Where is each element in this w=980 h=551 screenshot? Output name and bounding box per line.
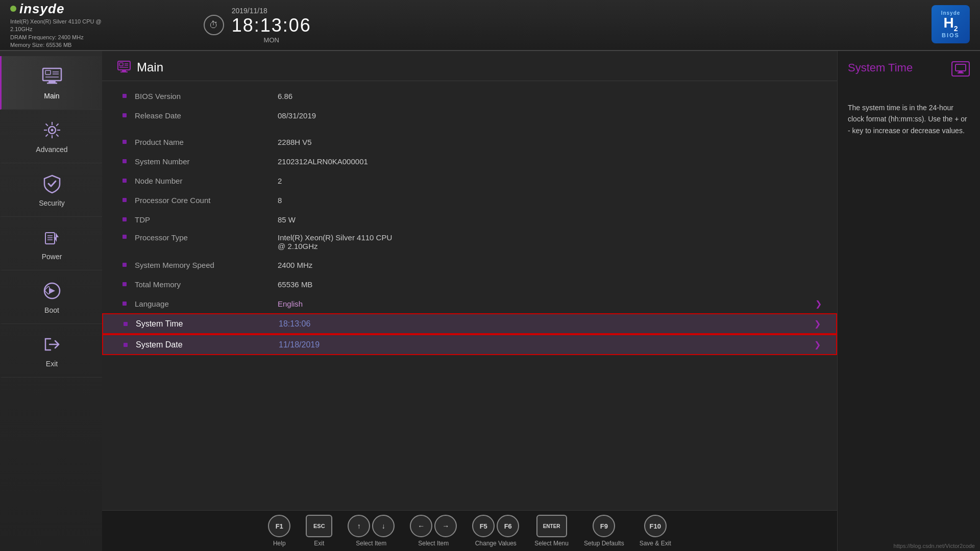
- sidebar-security-label: Security: [39, 199, 65, 207]
- sidebar-power-label: Power: [42, 253, 62, 261]
- row-bullet: [122, 140, 127, 144]
- row-bullet: [122, 179, 127, 183]
- left-button[interactable]: ←: [410, 515, 432, 537]
- key-select-menu: ENTER Select Menu: [534, 515, 569, 547]
- system-time-value: 18:13:06: [279, 319, 809, 329]
- product-name-value: 2288H V5: [278, 138, 822, 146]
- table-row-language[interactable]: Language English ❯: [102, 294, 837, 313]
- svg-line-13: [45, 124, 47, 126]
- sidebar: Main Advanced: [0, 51, 102, 551]
- row-bullet: [122, 263, 127, 267]
- content-area: Main BIOS Version 6.86 Release Date 08/3…: [102, 51, 837, 551]
- row-bullet: [124, 343, 128, 347]
- bios-version-label: BIOS Version: [135, 92, 278, 101]
- language-value: English: [278, 299, 810, 308]
- key-select-item-updown: ↑ ↓ Select Item: [348, 515, 395, 547]
- brand-dot: [10, 6, 16, 12]
- table-row-release-date: Release Date 08/31/2019: [102, 106, 837, 125]
- content-body: BIOS Version 6.86 Release Date 08/31/201…: [102, 81, 837, 510]
- table-row-node-number: Node Number 2: [102, 171, 837, 190]
- table-row-total-memory: Total Memory 65536 MB: [102, 274, 837, 294]
- svg-point-8: [51, 129, 53, 132]
- exit-icon: [41, 333, 63, 356]
- right-panel: System Time The system time is in the 24…: [837, 51, 980, 551]
- header-clock: ⏱ 2019/11/18 18:13:06 MON: [204, 7, 311, 44]
- content-header: Main: [102, 51, 837, 81]
- f1-label: Help: [273, 540, 286, 547]
- release-date-label: Release Date: [135, 111, 278, 120]
- power-icon: [41, 226, 63, 248]
- sidebar-item-main[interactable]: Main: [0, 56, 102, 110]
- f10-button[interactable]: F10: [644, 515, 667, 537]
- content-title: Main: [137, 60, 163, 74]
- table-row-system-number: System Number 2102312ALRN0KA000001: [102, 152, 837, 171]
- enter-button[interactable]: ENTER: [536, 515, 567, 537]
- row-bullet: [122, 198, 127, 202]
- release-date-value: 08/31/2019: [278, 111, 822, 120]
- sidebar-main-label: Main: [44, 92, 59, 100]
- key-setup-defaults: F9 Setup Defaults: [584, 515, 624, 547]
- row-bullet: [122, 217, 127, 221]
- row-bullet: [124, 322, 128, 326]
- table-row-bios-version: BIOS Version 6.86: [102, 86, 837, 106]
- table-row-tdp: TDP 85 W: [102, 210, 837, 229]
- key-f1: F1 Help: [268, 515, 290, 547]
- down-button[interactable]: ↓: [372, 515, 395, 537]
- bios-version-value: 6.86: [278, 92, 822, 101]
- updown-label: Select Item: [356, 540, 386, 547]
- header-brand-info: insyde Intel(R) Xeon(R) Silver 4110 CPU …: [10, 1, 102, 49]
- tdp-label: TDP: [135, 215, 278, 224]
- sidebar-advanced-label: Advanced: [36, 145, 67, 154]
- h2-logo-text: H2: [943, 16, 958, 32]
- up-button[interactable]: ↑: [348, 515, 370, 537]
- language-label: Language: [135, 299, 278, 308]
- svg-rect-17: [45, 233, 55, 244]
- system-number-value: 2102312ALRN0KA000001: [278, 157, 822, 166]
- row-bullet: [122, 302, 127, 306]
- sidebar-boot-label: Boot: [44, 306, 59, 314]
- sidebar-item-exit[interactable]: Exit: [0, 324, 102, 378]
- content-header-icon: [117, 61, 131, 74]
- f5-button[interactable]: F5: [472, 515, 495, 537]
- table-row-system-time[interactable]: System Time 18:13:06 ❯: [102, 313, 837, 334]
- brand-name: insyde: [19, 1, 64, 17]
- esc-label: Exit: [314, 540, 324, 547]
- leftright-label: Select Item: [418, 540, 449, 547]
- key-esc: ESC Exit: [306, 515, 332, 547]
- system-date-arrow: ❯: [814, 340, 821, 349]
- main-layout: Main Advanced: [0, 51, 980, 551]
- f9-button[interactable]: F9: [593, 515, 615, 537]
- system-time-label: System Time: [136, 319, 279, 329]
- system-number-label: System Number: [135, 157, 278, 166]
- row-bullet: [122, 94, 127, 98]
- f6-button[interactable]: F6: [497, 515, 519, 537]
- keybar: F1 Help ESC Exit ↑ ↓ Select Item ← → Se: [102, 510, 837, 551]
- advanced-icon: [41, 119, 63, 141]
- svg-line-15: [56, 124, 58, 126]
- boot-icon: [41, 280, 63, 302]
- right-button[interactable]: →: [434, 515, 457, 537]
- sidebar-item-security[interactable]: Security: [0, 163, 102, 217]
- row-bullet: [122, 159, 127, 163]
- header: insyde Intel(R) Xeon(R) Silver 4110 CPU …: [0, 0, 980, 51]
- esc-button[interactable]: ESC: [306, 515, 332, 537]
- change-values-label: Change Values: [475, 540, 517, 547]
- sidebar-item-boot[interactable]: Boot: [0, 270, 102, 324]
- sidebar-item-advanced[interactable]: Advanced: [0, 110, 102, 163]
- node-number-value: 2: [278, 177, 822, 185]
- row-bullet: [122, 282, 127, 286]
- sidebar-item-power[interactable]: Power: [0, 217, 102, 270]
- clock-datetime: 2019/11/18 18:13:06 MON: [232, 7, 311, 44]
- total-memory-value: 65536 MB: [278, 280, 822, 289]
- key-change-values: F5 F6 Change Values: [472, 515, 519, 547]
- svg-line-14: [56, 134, 58, 136]
- tdp-value: 85 W: [278, 215, 822, 224]
- footer-url: https://blog.csdn.net/Victor2code: [894, 543, 975, 549]
- table-row-memory-speed: System Memory Speed 2400 MHz: [102, 255, 837, 274]
- svg-rect-30: [955, 64, 966, 71]
- table-row-system-date[interactable]: System Date 11/18/2019 ❯: [102, 334, 837, 355]
- memory-speed-value: 2400 MHz: [278, 261, 822, 269]
- f1-button[interactable]: F1: [268, 515, 290, 537]
- system-time-arrow: ❯: [814, 319, 821, 329]
- system-date-label: System Date: [136, 340, 279, 349]
